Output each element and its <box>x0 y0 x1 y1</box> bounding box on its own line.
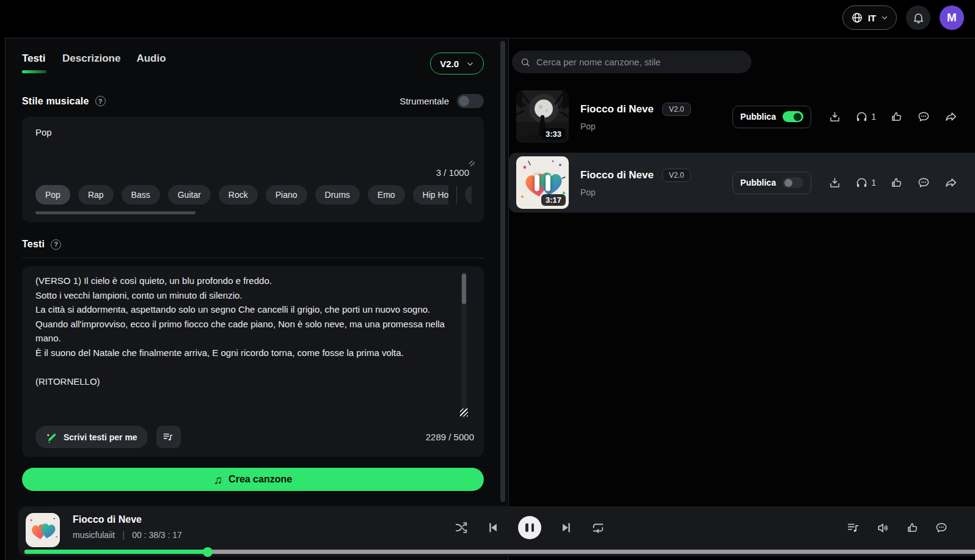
song-info: Fiocco di Neve V2.0 Pop <box>580 103 691 131</box>
like-button[interactable] <box>906 522 919 534</box>
player-track-title[interactable]: Fiocco di Neve <box>73 514 182 525</box>
tab-descrizione[interactable]: Descrizione <box>62 53 120 65</box>
genre-chip-pop[interactable]: Pop <box>35 185 70 205</box>
resize-grip-icon[interactable] <box>469 161 475 166</box>
creator-tabs: Testi Descrizione Audio V2.0 <box>22 53 484 75</box>
song-artwork[interactable]: 3:17 <box>516 156 569 209</box>
genre-chip-emo[interactable]: Emo <box>368 185 405 205</box>
publish-toggle-button[interactable]: Pubblica <box>732 106 811 128</box>
language-selector[interactable]: IT <box>842 5 897 30</box>
comment-button[interactable] <box>935 521 948 534</box>
shuffle-button[interactable] <box>455 521 468 534</box>
genre-chip-row: Pop Rap Bass Guitar Rock Piano Drums Emo… <box>35 185 472 205</box>
genre-chip-rap[interactable]: Rap <box>78 185 114 205</box>
music-notes-icon: ♫ <box>214 474 222 485</box>
download-button[interactable] <box>828 176 841 189</box>
lyrics-structure-button[interactable] <box>156 426 181 448</box>
version-badge: V2.0 <box>662 103 691 116</box>
song-title[interactable]: Fiocco di Neve <box>580 103 654 115</box>
style-char-counter: 3 / 1000 <box>35 167 472 178</box>
chip-divider <box>456 186 457 204</box>
hearts-art <box>26 513 60 547</box>
notifications-button[interactable] <box>906 5 930 30</box>
active-tab-underline <box>22 70 46 73</box>
player-track-info: Fiocco di Neve musicfulaiit | 00 : 38/3 … <box>73 514 182 540</box>
search-input[interactable] <box>536 57 743 67</box>
song-genre: Pop <box>580 122 691 131</box>
toggle-knob <box>459 96 469 106</box>
help-icon[interactable]: ? <box>95 96 106 106</box>
song-actions: Pubblica 1 <box>732 172 958 194</box>
publish-toggle[interactable] <box>783 177 803 188</box>
previous-track-button[interactable] <box>486 521 500 534</box>
lyrics-textarea[interactable]: (VERSO 1) Il cielo è così quieto, un blu… <box>35 274 474 418</box>
share-button[interactable] <box>944 110 958 123</box>
publish-toggle[interactable] <box>783 111 803 122</box>
write-lyrics-button[interactable]: Scrivi testi per me <box>35 426 148 448</box>
queue-music-icon[interactable] <box>847 521 860 534</box>
seek-bar-fill <box>24 550 208 554</box>
more-genres-button[interactable]: Altro › <box>465 185 472 205</box>
genre-chip-piano[interactable]: Piano <box>266 185 307 205</box>
scrollbar-thumb[interactable] <box>462 274 466 304</box>
listen-count-group[interactable]: 1 <box>855 176 876 189</box>
seek-bar-knob[interactable] <box>203 547 213 557</box>
share-button[interactable] <box>944 176 958 189</box>
headphones-icon <box>855 176 868 189</box>
avatar-initial: M <box>947 11 957 24</box>
comment-button[interactable] <box>917 110 930 123</box>
tab-audio[interactable]: Audio <box>136 53 166 65</box>
instrumental-toggle[interactable] <box>457 94 484 108</box>
like-button[interactable] <box>890 111 903 123</box>
avatar[interactable]: M <box>940 5 964 30</box>
style-input[interactable]: Pop <box>35 127 472 167</box>
seek-bar[interactable] <box>24 550 975 554</box>
create-song-label: Crea canzone <box>228 474 292 485</box>
pause-button[interactable] <box>518 516 541 539</box>
genre-chip-drums[interactable]: Drums <box>315 185 360 205</box>
chips-scrollbar[interactable] <box>35 211 195 214</box>
song-title[interactable]: Fiocco di Neve <box>580 169 654 181</box>
player-artwork[interactable] <box>26 513 60 547</box>
info-divider: | <box>122 529 125 540</box>
publish-toggle-button[interactable]: Pubblica <box>732 172 811 194</box>
genre-chip-rock[interactable]: Rock <box>219 185 258 205</box>
genre-chip-guitar[interactable]: Guitar <box>168 185 211 205</box>
player-right-controls <box>847 506 948 549</box>
listen-count-group[interactable]: 1 <box>855 111 876 123</box>
lyrics-scrollbar[interactable] <box>461 272 467 419</box>
version-selector[interactable]: V2.0 <box>430 53 484 75</box>
resize-grip-icon[interactable] <box>460 409 468 416</box>
genre-chip-hiphop[interactable]: Hip Ho <box>413 185 449 205</box>
repeat-button[interactable] <box>591 521 605 534</box>
instrumental-label: Strumentale <box>400 96 449 106</box>
listen-count: 1 <box>871 178 876 187</box>
download-button[interactable] <box>828 111 841 123</box>
volume-icon[interactable] <box>876 521 890 535</box>
top-bar: IT M <box>0 0 975 38</box>
tab-testi[interactable]: Testi <box>22 53 46 73</box>
song-info: Fiocco di Neve V2.0 Pop <box>580 169 691 197</box>
like-button[interactable] <box>890 176 903 189</box>
player-controls <box>455 506 605 549</box>
player-artist[interactable]: musicfulaiit <box>73 530 115 540</box>
section-divider <box>22 258 484 258</box>
panel-scrollbar[interactable] <box>500 41 505 502</box>
genre-chip-bass[interactable]: Bass <box>122 185 160 205</box>
comment-button[interactable] <box>917 176 930 189</box>
write-lyrics-label: Scrivi testi per me <box>64 432 137 442</box>
song-row[interactable]: 3:33 Fiocco di Neve V2.0 Pop Pubblica <box>509 87 975 147</box>
header-actions: IT M <box>842 5 964 30</box>
instrumental-group: Strumentale <box>400 94 484 108</box>
song-actions: Pubblica 1 <box>732 106 958 128</box>
song-row[interactable]: 3:17 Fiocco di Neve V2.0 Pop Pubblica <box>509 153 975 213</box>
help-icon[interactable]: ? <box>51 239 61 250</box>
chevron-down-icon <box>466 60 474 68</box>
next-track-button[interactable] <box>560 521 573 534</box>
song-artwork[interactable]: 3:33 <box>516 90 569 143</box>
version-label: V2.0 <box>440 59 459 69</box>
main-layout: Testi Descrizione Audio V2.0 Stile music… <box>5 38 975 560</box>
toggle-knob <box>784 179 792 187</box>
create-song-button[interactable]: ♫ Crea canzone <box>22 468 484 491</box>
library-search[interactable] <box>512 51 751 73</box>
